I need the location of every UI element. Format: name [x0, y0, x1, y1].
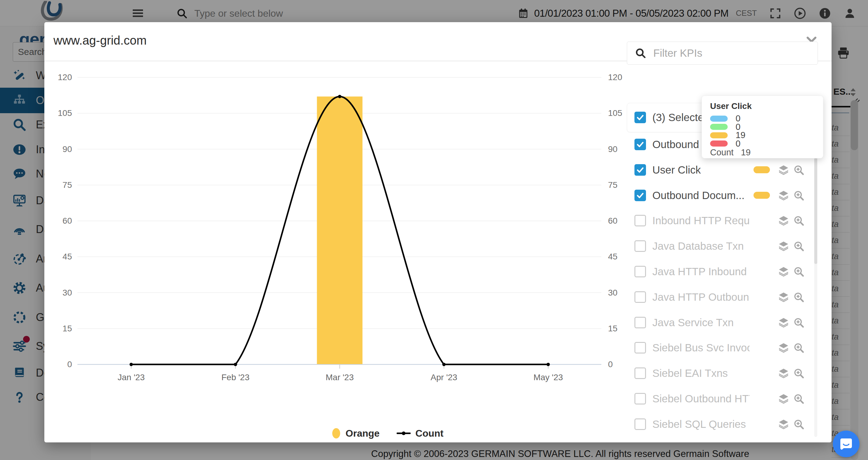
checkbox-unchecked-icon[interactable]	[634, 317, 646, 328]
kpi-list-scrollbar-thumb[interactable]	[814, 158, 817, 264]
kpi-row[interactable]: User Click	[627, 157, 818, 183]
checkbox-unchecked-icon[interactable]	[634, 393, 646, 404]
checkbox-checked-icon[interactable]	[634, 190, 646, 201]
layers-icon[interactable]	[778, 241, 789, 252]
layers-icon[interactable]	[778, 342, 789, 353]
zoom-in-icon[interactable]	[793, 393, 804, 404]
zoom-in-icon[interactable]	[793, 190, 804, 201]
layers-icon[interactable]	[778, 393, 789, 404]
checkbox-unchecked-icon[interactable]	[634, 266, 646, 277]
checkbox-unchecked-icon[interactable]	[634, 419, 646, 430]
y-axis-tick-label-left: 15	[63, 324, 72, 333]
y-axis-tick-label-right: 30	[608, 288, 617, 297]
line-point-Feb '23[interactable]	[234, 363, 237, 366]
y-axis-tick-label-right: 60	[608, 216, 617, 225]
kpi-row-label: User Click	[652, 164, 701, 176]
kpi-list-scrollbar[interactable]	[814, 158, 817, 437]
checkbox-unchecked-icon[interactable]	[634, 240, 646, 252]
kpi-row-label: Inbound HTTP Request	[652, 215, 749, 227]
checkbox-checked-icon[interactable]	[634, 139, 646, 150]
legend-item-orange[interactable]: Orange	[332, 428, 380, 439]
kpi-row[interactable]: Siebel SQL Queries	[627, 412, 818, 437]
kpi-row-label: Siebel SQL Queries	[652, 418, 746, 430]
kpi-row[interactable]: Java Service Txn	[627, 310, 818, 335]
y-axis-tick-label-left: 90	[63, 144, 72, 154]
kpi-row[interactable]: Outbound Docum...	[627, 183, 818, 208]
layers-icon[interactable]	[778, 266, 789, 277]
layers-icon[interactable]	[778, 215, 789, 226]
kpi-chart: 00151530304545606075759090105105120120Ja…	[44, 22, 640, 442]
kpi-row[interactable]: Java HTTP Inbound Re...	[627, 259, 818, 284]
checkbox-unchecked-icon[interactable]	[634, 291, 646, 303]
kpi-row-label: Siebel Bus Svc Invocat...	[652, 342, 749, 354]
kpi-filter-input[interactable]: Filter KPIs	[627, 41, 818, 65]
tooltip-color-pill	[710, 124, 728, 130]
kpi-row[interactable]: Inbound HTTP Request	[627, 208, 818, 233]
zoom-in-icon[interactable]	[793, 368, 804, 379]
layers-icon[interactable]	[778, 368, 789, 379]
y-axis-tick-label-right: 90	[608, 144, 617, 154]
checkbox-unchecked-icon[interactable]	[634, 342, 646, 354]
kpi-row-label: Outbound Docum...	[652, 189, 745, 201]
tooltip-count-row: Count 19	[710, 147, 751, 158]
chat-fab-icon	[839, 437, 854, 451]
bar-Mar '23[interactable]	[317, 97, 363, 364]
zoom-in-icon[interactable]	[793, 342, 804, 353]
y-axis-tick-label-right: 45	[608, 252, 617, 261]
zoom-in-icon[interactable]	[793, 164, 804, 175]
kpi-tooltip: User Click 0 0 19 0 Count 19	[702, 96, 824, 158]
zoom-in-icon[interactable]	[793, 292, 804, 302]
checkbox-unchecked-icon[interactable]	[634, 367, 646, 379]
checkbox-checked-icon[interactable]	[634, 164, 646, 176]
tooltip-count-value: 19	[741, 147, 750, 158]
y-axis-tick-label-right: 75	[608, 180, 617, 190]
y-axis-tick-label-left: 30	[63, 288, 72, 297]
kpi-color-pill	[753, 192, 770, 199]
filter-search-icon	[634, 47, 647, 59]
line-point-Jan '23[interactable]	[130, 363, 133, 366]
zoom-in-icon[interactable]	[793, 215, 804, 226]
zoom-in-icon[interactable]	[793, 266, 804, 277]
x-axis-tick-label: May '23	[533, 372, 563, 382]
kpi-row[interactable]: Java HTTP Outbound ...	[627, 284, 818, 310]
legend-label: Orange	[346, 428, 380, 439]
checkbox-unchecked-icon[interactable]	[634, 215, 646, 226]
tooltip-title: User Click	[710, 101, 752, 111]
kpi-row[interactable]: Siebel Bus Svc Invocat...	[627, 335, 818, 360]
tooltip-series-value: 0	[736, 139, 740, 149]
y-axis-tick-label-left: 105	[58, 108, 72, 118]
y-axis-tick-label-right: 105	[608, 108, 622, 118]
zoom-in-icon[interactable]	[793, 241, 804, 252]
kpi-row[interactable]: Siebel EAI Txns	[627, 360, 818, 386]
line-point-Apr '23[interactable]	[442, 363, 445, 366]
line-point-May '23[interactable]	[547, 363, 550, 366]
kpi-row[interactable]: Siebel Outbound HTT...	[627, 386, 818, 412]
layers-icon[interactable]	[778, 190, 789, 201]
legend-item-count[interactable]: Count	[397, 428, 443, 439]
kpi-row[interactable]: Java Database Txn	[627, 233, 818, 259]
y-axis-tick-label-left: 75	[63, 180, 72, 190]
y-axis-tick-label-left: 60	[63, 216, 72, 225]
y-axis-tick-label-left: 0	[67, 360, 72, 369]
layers-icon[interactable]	[778, 292, 789, 302]
layers-icon[interactable]	[778, 419, 789, 430]
layers-icon[interactable]	[778, 317, 789, 328]
zoom-in-icon[interactable]	[793, 317, 804, 328]
kpi-row-label: Java HTTP Inbound Re...	[652, 265, 749, 277]
line-point-Mar '23[interactable]	[338, 95, 341, 98]
legend-count-marker	[397, 430, 411, 436]
kpi-row-label: (3) Selected	[652, 111, 710, 124]
zoom-in-icon[interactable]	[793, 419, 804, 430]
kpi-row-label: Java HTTP Outbound ...	[652, 291, 749, 303]
chat-fab-button[interactable]	[833, 431, 860, 457]
x-axis-tick-label: Mar '23	[326, 372, 354, 382]
legend-orange-marker	[332, 428, 341, 439]
kpi-row-label: Siebel Outbound HTT...	[652, 393, 749, 405]
layers-icon[interactable]	[778, 164, 789, 175]
tooltip-color-pill	[710, 116, 728, 122]
y-axis-tick-label-right: 0	[608, 360, 613, 369]
checkbox-checked-icon[interactable]	[634, 112, 646, 123]
kpi-row-label: Siebel EAI Txns	[652, 367, 728, 379]
x-axis-tick-label: Apr '23	[431, 372, 457, 382]
kpi-row-label: Java Database Txn	[652, 240, 744, 252]
